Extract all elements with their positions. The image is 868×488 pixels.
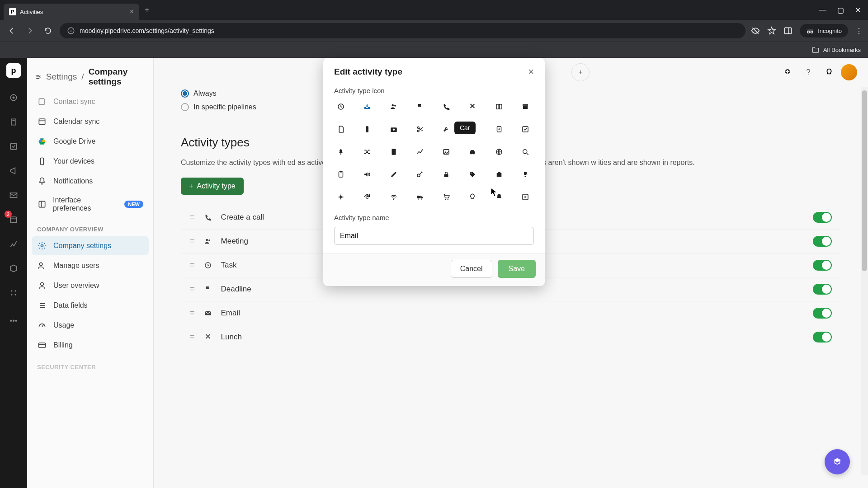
new-tab-button[interactable]: + xyxy=(145,5,150,15)
clipboard-in-icon[interactable] xyxy=(492,122,506,136)
drag-handle-icon[interactable]: = xyxy=(190,236,195,246)
browser-tab[interactable]: P Activities × xyxy=(4,4,139,20)
sidebar-item-company-settings[interactable]: Company settings xyxy=(32,236,149,255)
wrench-icon[interactable] xyxy=(439,122,453,136)
scrollbar-thumb[interactable] xyxy=(862,90,867,271)
toggle-switch[interactable] xyxy=(813,212,832,223)
minimize-icon[interactable]: — xyxy=(819,6,826,14)
add-activity-type-button[interactable]: + Activity type xyxy=(181,178,244,195)
maximize-icon[interactable]: ▢ xyxy=(837,6,844,14)
panel-icon[interactable] xyxy=(783,26,793,35)
app-logo[interactable]: p xyxy=(6,63,21,78)
rail-check-icon[interactable] xyxy=(5,138,22,155)
drag-handle-icon[interactable]: = xyxy=(190,332,195,342)
volume-icon[interactable] xyxy=(360,168,374,181)
avatar[interactable] xyxy=(841,64,857,80)
kebab-menu-icon[interactable]: ⋮ xyxy=(855,27,863,35)
camera-icon[interactable] xyxy=(387,122,401,136)
cancel-button[interactable]: Cancel xyxy=(451,260,492,278)
suitcase-icon[interactable] xyxy=(492,168,506,181)
wifi-icon[interactable] xyxy=(387,190,401,204)
hide-eye-icon[interactable] xyxy=(751,26,760,35)
tab-close-icon[interactable]: × xyxy=(130,8,134,16)
close-icon[interactable]: × xyxy=(528,66,534,78)
save-button[interactable]: Save xyxy=(498,260,536,278)
bell-icon[interactable] xyxy=(492,190,506,204)
sidebar-item-google-drive[interactable]: Google Drive xyxy=(32,132,149,151)
back-button[interactable] xyxy=(5,24,18,37)
activity-name-input[interactable] xyxy=(334,227,534,245)
pin-icon[interactable] xyxy=(334,145,348,159)
mobile-icon[interactable] xyxy=(360,122,374,136)
sidebar-item-calendar-sync[interactable]: Calendar sync xyxy=(32,112,149,131)
rail-more-icon[interactable]: ••• xyxy=(5,313,22,329)
rail-calendar-icon[interactable]: 2 xyxy=(5,211,22,228)
toggle-switch[interactable] xyxy=(813,332,832,343)
people-icon[interactable] xyxy=(387,100,401,113)
all-bookmarks-link[interactable]: All Bookmarks xyxy=(823,47,861,53)
flag-icon[interactable] xyxy=(413,100,427,113)
sidebar-item-your-devices[interactable]: Your devices xyxy=(32,152,149,171)
help-icon[interactable]: ? xyxy=(799,63,817,81)
shuffle-icon[interactable] xyxy=(360,145,374,159)
file-icon[interactable] xyxy=(334,122,348,136)
world-icon[interactable] xyxy=(492,145,506,159)
clipboard-icon[interactable] xyxy=(334,168,348,181)
key-icon[interactable] xyxy=(413,168,427,181)
sidebar-item-usage[interactable]: Usage xyxy=(32,316,149,335)
rail-apps-icon[interactable] xyxy=(5,285,22,301)
car-icon[interactable] xyxy=(466,145,479,159)
collapse-icon[interactable] xyxy=(35,73,42,81)
rail-chart-icon[interactable] xyxy=(5,236,22,252)
play-icon[interactable] xyxy=(519,190,532,204)
inbox-icon[interactable] xyxy=(360,100,374,113)
sidebar-item-billing[interactable]: Billing xyxy=(32,336,149,355)
close-window-icon[interactable]: ✕ xyxy=(855,6,861,14)
bulb-icon[interactable] xyxy=(466,190,479,204)
archive-icon[interactable] xyxy=(519,100,532,113)
toggle-switch[interactable] xyxy=(813,236,832,247)
help-fab[interactable] xyxy=(825,449,850,474)
toggle-switch[interactable] xyxy=(813,260,832,271)
bulb-icon[interactable] xyxy=(825,68,834,77)
drag-handle-icon[interactable]: = xyxy=(190,260,195,270)
sidebar-item-interface-prefs[interactable]: Interface preferences NEW xyxy=(32,192,149,217)
sidebar-item-contact-sync[interactable]: Contact sync xyxy=(32,92,149,111)
rail-box-icon[interactable] xyxy=(5,260,22,277)
toggle-switch[interactable] xyxy=(813,308,832,319)
table-row[interactable]: = Lunch xyxy=(181,325,841,349)
breadcrumb-parent[interactable]: Settings xyxy=(46,72,77,82)
plane-icon[interactable] xyxy=(334,190,348,204)
trophy-icon[interactable] xyxy=(519,168,532,181)
sidebar-item-data-fields[interactable]: Data fields xyxy=(32,296,149,315)
check-square-icon[interactable] xyxy=(519,122,532,136)
reload-button[interactable] xyxy=(42,24,54,37)
url-bar[interactable]: moodjoy.pipedrive.com/settings/activity_… xyxy=(60,23,745,38)
sidebar-item-user-overview[interactable]: User overview xyxy=(32,276,149,295)
rail-campaign-icon[interactable] xyxy=(5,163,22,179)
forward-button[interactable] xyxy=(24,24,36,37)
drag-handle-icon[interactable]: = xyxy=(190,284,195,294)
rail-building-icon[interactable] xyxy=(5,114,22,130)
toggle-switch[interactable] xyxy=(813,284,832,295)
table-row[interactable]: = Email xyxy=(181,301,841,325)
puzzle-icon[interactable] xyxy=(783,68,792,77)
cart-icon[interactable] xyxy=(439,190,453,204)
add-button[interactable]: + xyxy=(571,63,590,81)
image-icon[interactable] xyxy=(439,145,453,159)
search-icon[interactable] xyxy=(519,145,532,159)
drag-handle-icon[interactable]: = xyxy=(190,308,195,318)
lock-icon[interactable] xyxy=(439,168,453,181)
sidebar-item-manage-users[interactable]: Manage users xyxy=(32,256,149,275)
tag-icon[interactable] xyxy=(466,168,479,181)
doc-icon[interactable] xyxy=(387,145,401,159)
clock-icon[interactable] xyxy=(334,100,348,113)
phone-icon[interactable] xyxy=(439,100,453,113)
sidebar-item-notifications[interactable]: Notifications xyxy=(32,172,149,191)
bookmark-star-icon[interactable] xyxy=(767,26,776,35)
loop-icon[interactable] xyxy=(360,190,374,204)
incognito-badge[interactable]: Incognito xyxy=(800,24,848,38)
rail-mail-icon[interactable] xyxy=(5,187,22,203)
trend-icon[interactable] xyxy=(413,145,427,159)
utensils-icon[interactable] xyxy=(466,100,479,113)
